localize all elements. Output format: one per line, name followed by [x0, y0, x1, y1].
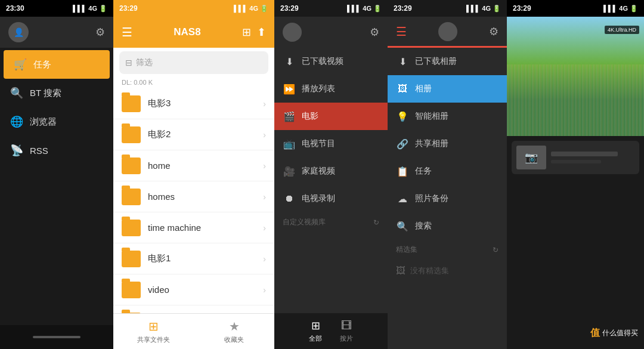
- file-item-timemachine[interactable]: time machine ›: [113, 212, 274, 243]
- rss-icon: 📡: [10, 144, 24, 157]
- hamburger-icon-4[interactable]: ☰: [396, 24, 407, 39]
- file-item-homes[interactable]: homes ›: [113, 181, 274, 212]
- photo-menu-downloaded[interactable]: ⬇ 已下载相册: [388, 48, 507, 75]
- sidebar-item-bt[interactable]: 🔍 BT 搜索: [0, 79, 113, 107]
- file-list: 电影3 › 电影2 › home › homes › time machine …: [113, 88, 274, 313]
- file-item-photo[interactable]: photo ›: [113, 305, 274, 313]
- movie-icon: 🎬: [283, 111, 296, 122]
- search-bar[interactable]: ⊟ 筛选: [119, 51, 268, 74]
- folder-icon: [122, 189, 141, 205]
- status-bar-2: 23:29 ▌▌▌ 4G 🔋: [113, 0, 274, 17]
- file-item-movie1[interactable]: 电影1 ›: [113, 243, 274, 274]
- brand-name: 什么值得买: [602, 328, 638, 338]
- refresh-icon[interactable]: ↻: [373, 218, 379, 227]
- photo-menu-smart[interactable]: 💡 智能相册: [388, 103, 507, 130]
- custom-library-section: 自定义视频库 ↻: [274, 212, 388, 232]
- preview-sub-placeholder: [551, 160, 601, 163]
- panel1-bottom: [0, 325, 113, 349]
- video-menu-tv[interactable]: 📺 电视节目: [274, 130, 388, 157]
- preview-thumbnail: 📷: [516, 146, 546, 169]
- sidebar-menu: 🛒 任务 🔍 BT 搜索 🌐 浏览器 📡 RSS: [0, 48, 113, 325]
- panel2-title: NAS8: [174, 26, 200, 38]
- preview-info: [551, 152, 634, 163]
- sidebar-item-tasks[interactable]: 🛒 任务: [4, 50, 110, 79]
- video-menu-playlist[interactable]: ⏩ 播放列表: [274, 75, 388, 103]
- file-item-movie2[interactable]: 电影2 ›: [113, 119, 274, 150]
- preview-title-placeholder: [551, 152, 618, 156]
- search-placeholder: 筛选: [136, 57, 153, 68]
- chevron-icon: ›: [263, 285, 266, 295]
- tab-favorites[interactable]: ★ 收藏夹: [194, 314, 274, 349]
- recording-icon: ⏺: [283, 193, 296, 204]
- folder-icon: [122, 282, 141, 298]
- panel2-header: ☰ NAS8 ⊞ ⬆: [113, 17, 274, 48]
- avatar-3: [283, 23, 302, 42]
- folder-icon: [122, 220, 141, 236]
- status-bar-5: 23:29 ▌▌▌ 4G 🔋: [507, 0, 644, 17]
- time-2: 23:29: [119, 4, 138, 13]
- album-icon: 🖼: [396, 84, 409, 94]
- share-icon[interactable]: ⬆: [257, 26, 266, 39]
- filter-icon: ⊟: [125, 58, 132, 67]
- video-menu-movies[interactable]: 🎬 电影: [274, 103, 388, 130]
- time-5: 23:29: [513, 4, 531, 13]
- sidebar-item-rss[interactable]: 📡 RSS: [0, 136, 113, 165]
- time-4: 23:29: [394, 4, 412, 13]
- photo-menu-backup[interactable]: ☁ 照片备份: [388, 185, 507, 212]
- file-item-movie3[interactable]: 电影3 ›: [113, 88, 274, 119]
- sidebar-item-browser[interactable]: 🌐 浏览器: [0, 107, 113, 136]
- home-indicator-1: [33, 336, 80, 338]
- status-bar-3: 23:29 ▌▌▌ 4G 🔋: [274, 0, 388, 17]
- tasks-icon: 🛒: [13, 58, 27, 71]
- panel2-tabs: ⊞ 共享文件夹 ★ 收藏夹: [113, 313, 274, 349]
- crowd-scene: 4K.Ultra.HD: [507, 17, 644, 136]
- photo-menu-tasks[interactable]: 📋 任务: [388, 157, 507, 185]
- folder-icon: [122, 251, 141, 267]
- preview-card[interactable]: 📷: [512, 141, 639, 174]
- video-menu-downloaded[interactable]: ⬇ 已下载视频: [274, 48, 388, 75]
- favorites-icon: ★: [229, 319, 240, 333]
- photo-menu-search[interactable]: 🔍 搜索: [388, 212, 507, 240]
- brand-area: 值 什么值得买: [590, 327, 638, 339]
- dl-status: DL: 0.00 K: [113, 78, 274, 88]
- photo-menu-shared[interactable]: 🔗 共享相册: [388, 130, 507, 157]
- brand-logo: 值: [590, 327, 600, 339]
- chevron-icon: ›: [263, 130, 266, 140]
- video-menu-home[interactable]: 🎥 家庭视频: [274, 157, 388, 185]
- download-photos-icon: ⬇: [396, 56, 409, 67]
- grid-icon[interactable]: ⊞: [242, 26, 251, 39]
- bt-icon: 🔍: [10, 87, 24, 100]
- settings-icon-3[interactable]: ⚙: [370, 26, 379, 39]
- file-item-home[interactable]: home ›: [113, 150, 274, 181]
- panel-video: 23:29 ▌▌▌ 4G 🔋 ⚙ ⬇ 已下载视频 ⏩ 播放列表 🎬 电影 📺 电…: [274, 0, 388, 349]
- panel-photos: 23:29 ▌▌▌ 4G 🔋 ☰ ⚙ ⬇ 已下载相册 🖼 相册 💡 智能相册 🔗…: [388, 0, 507, 349]
- video-menu-recording[interactable]: ⏺ 电视录制: [274, 185, 388, 212]
- panel-sidebar: 23:30 ▌▌▌ 4G 🔋 👤 ⚙ 🛒 任务 🔍 BT 搜索 🌐 浏览器 📡 …: [0, 0, 113, 349]
- settings-icon[interactable]: ⚙: [95, 26, 105, 39]
- file-item-video[interactable]: video ›: [113, 274, 274, 305]
- playlist-icon: ⏩: [283, 84, 296, 95]
- photo-menu-album[interactable]: 🖼 相册: [388, 75, 507, 103]
- download-icon: ⬇: [283, 56, 296, 67]
- hamburger-icon[interactable]: ☰: [122, 25, 132, 39]
- selection-section: 精选集 ↻: [388, 240, 507, 260]
- backup-icon: ☁: [396, 193, 409, 205]
- panel3-header: ⚙: [274, 17, 388, 48]
- smart-album-icon: 💡: [396, 111, 409, 122]
- share-album-icon: 🔗: [396, 138, 409, 150]
- image-placeholder-icon: 🖼: [396, 265, 405, 276]
- video-menu: ⬇ 已下载视频 ⏩ 播放列表 🎬 电影 📺 电视节目 🎥 家庭视频 ⏺ 电视录制…: [274, 48, 388, 313]
- chevron-icon: ›: [263, 161, 266, 171]
- folder-icon: [122, 95, 141, 112]
- tab-shared-folder[interactable]: ⊞ 共享文件夹: [113, 314, 194, 349]
- refresh-icon-4[interactable]: ↻: [493, 246, 499, 254]
- settings-icon-4[interactable]: ⚙: [489, 25, 499, 38]
- tab-by-film[interactable]: 🎞 按片: [340, 320, 353, 343]
- search-icon-4: 🔍: [396, 221, 409, 232]
- grid-icon-3: ⊞: [311, 319, 320, 332]
- panel4-header: ☰ ⚙: [388, 17, 507, 48]
- folder-icon: [122, 126, 141, 143]
- time-3: 23:29: [280, 4, 299, 13]
- tab-all-videos[interactable]: ⊞ 全部: [309, 319, 322, 343]
- tasks-icon-4: 📋: [396, 166, 409, 177]
